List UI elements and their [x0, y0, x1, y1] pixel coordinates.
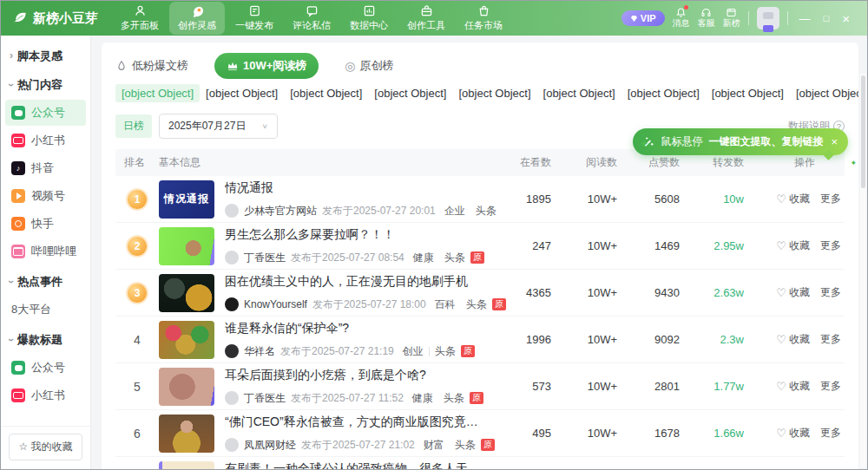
sidebar-item[interactable]: 8大平台: [5, 297, 86, 323]
messages-button[interactable]: 消息: [673, 7, 690, 29]
article-thumbnail[interactable]: [159, 227, 214, 265]
sidebar-item[interactable]: 小红书: [5, 127, 86, 153]
more-button[interactable]: 更多: [820, 285, 841, 300]
tooltip-text: 一键图文提取、复制链接: [708, 134, 823, 149]
author-avatar: [225, 391, 239, 405]
original-badge: 原: [470, 251, 484, 264]
tooltip-prefix: 鼠标悬停: [661, 134, 702, 149]
sidebar-group-script-header[interactable]: › 脚本灵感: [1, 41, 90, 69]
scrollbar[interactable]: [860, 74, 866, 467]
article-category[interactable]: 健康: [413, 251, 434, 265]
category-tab[interactable]: [object Object]: [200, 84, 284, 102]
tab-original[interactable]: ◎ 原创榜: [345, 58, 393, 74]
article-category[interactable]: 百科: [435, 297, 456, 312]
more-button[interactable]: 更多: [820, 192, 841, 206]
article-category[interactable]: 创业: [403, 344, 424, 359]
sidebar-item-label: 快手: [31, 216, 54, 232]
more-button[interactable]: 更多: [820, 238, 841, 253]
category-tab[interactable]: [object Object]: [537, 84, 621, 102]
table-row: 5 5 耳朵后面摸到的小疙瘩，到底是个啥?: [115, 363, 845, 410]
category-tab[interactable]: [object Object]: [284, 84, 368, 102]
sidebar-group-hot-content-header[interactable]: › 热门内容: [1, 69, 90, 98]
sidebar-item[interactable]: 视频号: [5, 183, 86, 209]
article-category[interactable]: 企业: [444, 204, 465, 219]
category-tab[interactable]: [object Object]: [368, 84, 452, 102]
scrollbar-thumb[interactable]: [861, 75, 865, 188]
nav-label: 数据中心: [350, 19, 388, 32]
sidebar-item[interactable]: 公众号: [5, 100, 86, 126]
article-thumbnail[interactable]: [159, 461, 214, 470]
my-favorites-button[interactable]: ☆ 我的收藏: [9, 434, 82, 460]
article-title[interactable]: 情况通报: [225, 180, 482, 196]
article-thumbnail[interactable]: [159, 368, 214, 406]
category-tab[interactable]: [object Object]: [621, 84, 706, 102]
hover-tooltip: 鼠标悬停 一键图文提取、复制链接 ×: [633, 128, 848, 155]
collect-button[interactable]: ♡ 收藏: [776, 426, 810, 441]
author-name[interactable]: 少林寺官方网站: [244, 204, 317, 219]
close-button[interactable]: ×: [842, 12, 850, 25]
minimize-button[interactable]: —: [799, 13, 811, 24]
sidebar-group-hot-events-header[interactable]: › 热点事件: [1, 266, 90, 295]
content-card: 低粉爆文榜 10W+阅读榜 ◎ 原创榜 [object: [102, 42, 858, 469]
collect-button[interactable]: ♡ 收藏: [776, 192, 810, 206]
category-tab[interactable]: [object Object]: [115, 84, 200, 102]
original-badge: 原: [461, 345, 475, 357]
tab-low-fans[interactable]: 低粉爆文榜: [115, 58, 188, 74]
tooltip-close-icon[interactable]: ×: [831, 135, 838, 148]
article-title[interactable]: 有剧毒！一种全球公认的强致癌物，很多人天天都在吃: [225, 461, 482, 470]
collect-button[interactable]: ♡ 收藏: [776, 285, 810, 300]
article-title[interactable]: “佛门CEO”释永信被查，方丈的商业版图究竟有多大？: [225, 415, 482, 430]
nav-tools[interactable]: 创作工具: [398, 2, 454, 35]
category-tab[interactable]: [object Object]: [452, 84, 536, 102]
more-button[interactable]: 更多: [820, 332, 841, 347]
nav-comments[interactable]: 评论私信: [284, 2, 339, 35]
collect-button[interactable]: ♡ 收藏: [776, 379, 810, 394]
tab-10w-reads[interactable]: 10W+阅读榜: [214, 53, 319, 79]
window-controls: — □ ×: [796, 12, 858, 25]
sidebar-item[interactable]: 抖音: [5, 155, 86, 181]
sidebar-group-hot-titles-header[interactable]: › 爆款标题: [1, 324, 90, 353]
article-title[interactable]: 男生怎么那么多屎要拉啊？！！: [225, 227, 482, 243]
article-category[interactable]: 财富: [424, 438, 444, 453]
date-select[interactable]: 2025年07月27日 ∨: [159, 114, 278, 139]
author-name[interactable]: 丁香医生: [244, 391, 286, 406]
author-name[interactable]: KnowYourself: [244, 298, 307, 310]
header-reads: 阅读数: [560, 155, 626, 170]
article-thumbnail[interactable]: [159, 415, 214, 453]
article-thumbnail[interactable]: 情况通报: [159, 180, 214, 219]
article-thumbnail[interactable]: [159, 274, 214, 312]
vip-button[interactable]: VIP: [621, 10, 665, 26]
likes-count: 2801: [626, 380, 688, 393]
shares-count: 2.95w: [688, 239, 753, 252]
more-button[interactable]: 更多: [820, 379, 841, 394]
author-name[interactable]: 丁香医生: [244, 251, 286, 265]
nav-market[interactable]: 任务市场: [456, 2, 511, 35]
nav-data-center[interactable]: 数据中心: [341, 2, 397, 35]
nav-inspiration[interactable]: 创作灵感: [169, 2, 225, 35]
nav-multi-panel[interactable]: 多开面板: [112, 2, 168, 35]
headset-icon: [700, 7, 712, 18]
category-tab[interactable]: [object Object]: [706, 84, 790, 102]
article-title[interactable]: 困在优绩主义中的人，正在漫无目的地刷手机: [225, 274, 482, 290]
collect-button[interactable]: ♡ 收藏: [776, 238, 810, 253]
article-category[interactable]: 健康: [412, 391, 433, 406]
collect-button[interactable]: ♡ 收藏: [776, 332, 810, 347]
sidebar-item[interactable]: 小红书: [5, 382, 86, 408]
author-name[interactable]: 华祥名: [244, 344, 275, 359]
publish-time: 发布于2025-07-27 20:01: [322, 204, 436, 219]
newrank-button[interactable]: 新榜: [723, 7, 740, 29]
support-button[interactable]: 客服: [698, 7, 715, 29]
sidebar-item[interactable]: 快手: [5, 211, 86, 237]
category-tab[interactable]: [object Object]: [790, 84, 858, 102]
article-title[interactable]: 谁是释永信的“保护伞”?: [225, 321, 475, 336]
sidebar-item[interactable]: 公众号: [5, 355, 86, 381]
article-thumbnail[interactable]: [159, 321, 214, 359]
chevron-down-icon: ›: [5, 338, 17, 342]
nav-publish[interactable]: 一键发布: [227, 2, 282, 35]
more-button[interactable]: 更多: [820, 426, 841, 441]
sidebar-item[interactable]: 哔哩哔哩: [5, 238, 86, 264]
user-avatar[interactable]: [757, 7, 779, 29]
article-title[interactable]: 耳朵后面摸到的小疙瘩，到底是个啥?: [225, 368, 482, 383]
maximize-button[interactable]: □: [824, 14, 830, 23]
author-name[interactable]: 凤凰网财经: [244, 438, 296, 453]
